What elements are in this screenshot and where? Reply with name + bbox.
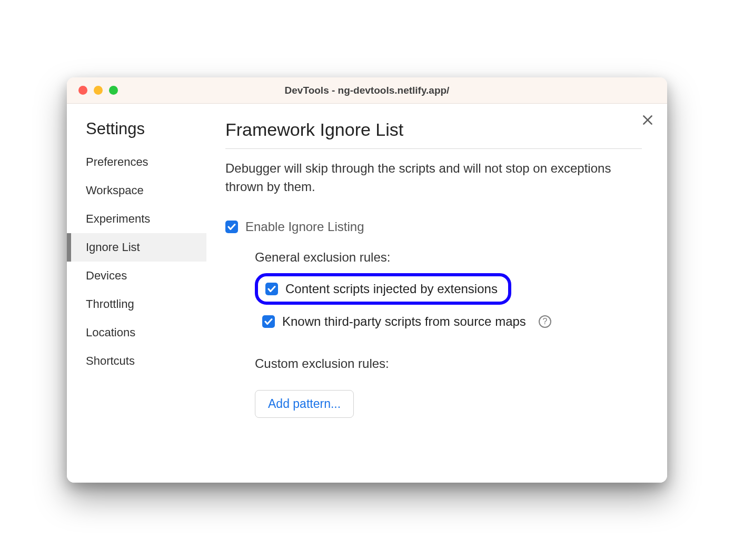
enable-ignore-listing-label: Enable Ignore Listing (245, 219, 364, 234)
traffic-lights (78, 86, 118, 95)
sidebar-item-devices[interactable]: Devices (67, 262, 206, 290)
enable-ignore-listing-checkbox[interactable] (225, 221, 238, 233)
add-pattern-button[interactable]: Add pattern... (255, 390, 354, 418)
sidebar-item-locations[interactable]: Locations (67, 318, 206, 347)
rule-third-party-scripts-checkbox[interactable] (262, 315, 275, 328)
general-rules-list: Content scripts injected by extensions K… (255, 273, 642, 334)
window-maximize-button[interactable] (109, 86, 118, 95)
checkmark-icon (227, 222, 236, 232)
sidebar-item-workspace[interactable]: Workspace (67, 176, 206, 205)
page-description: Debugger will skip through the scripts a… (225, 159, 615, 196)
window-close-button[interactable] (78, 86, 87, 95)
settings-body: Settings Preferences Workspace Experimen… (67, 104, 667, 483)
window-minimize-button[interactable] (94, 86, 103, 95)
sidebar-title: Settings (67, 119, 206, 148)
custom-exclusion-section: Custom exclusion rules: Add pattern... (225, 356, 642, 418)
custom-exclusion-label: Custom exclusion rules: (255, 356, 642, 371)
rule-third-party-scripts-label: Known third-party scripts from source ma… (282, 314, 526, 329)
rule-content-scripts-label: Content scripts injected by extensions (285, 282, 498, 296)
sidebar-item-experiments[interactable]: Experiments (67, 205, 206, 233)
general-exclusion-label: General exclusion rules: (255, 250, 642, 265)
close-icon (641, 113, 654, 127)
sidebar-item-throttling[interactable]: Throttling (67, 290, 206, 318)
rule-third-party-scripts: Known third-party scripts from source ma… (255, 309, 642, 334)
page-title: Framework Ignore List (225, 119, 642, 149)
rule-content-scripts: Content scripts injected by extensions (255, 273, 511, 305)
sidebar-item-ignore-list[interactable]: Ignore List (67, 233, 206, 262)
rule-content-scripts-checkbox[interactable] (265, 283, 278, 295)
checkmark-icon (264, 317, 273, 326)
window-title: DevTools - ng-devtools.netlify.app/ (285, 85, 450, 96)
sidebar: Settings Preferences Workspace Experimen… (67, 104, 206, 483)
sidebar-item-shortcuts[interactable]: Shortcuts (67, 347, 206, 375)
sidebar-item-preferences[interactable]: Preferences (67, 148, 206, 176)
settings-window: DevTools - ng-devtools.netlify.app/ Sett… (67, 77, 667, 483)
enable-ignore-listing-row: Enable Ignore Listing (225, 219, 642, 234)
help-icon[interactable]: ? (539, 315, 551, 328)
titlebar: DevTools - ng-devtools.netlify.app/ (67, 77, 667, 104)
checkmark-icon (267, 284, 276, 294)
close-settings-button[interactable] (641, 113, 654, 129)
content-pane: Framework Ignore List Debugger will skip… (206, 104, 667, 483)
